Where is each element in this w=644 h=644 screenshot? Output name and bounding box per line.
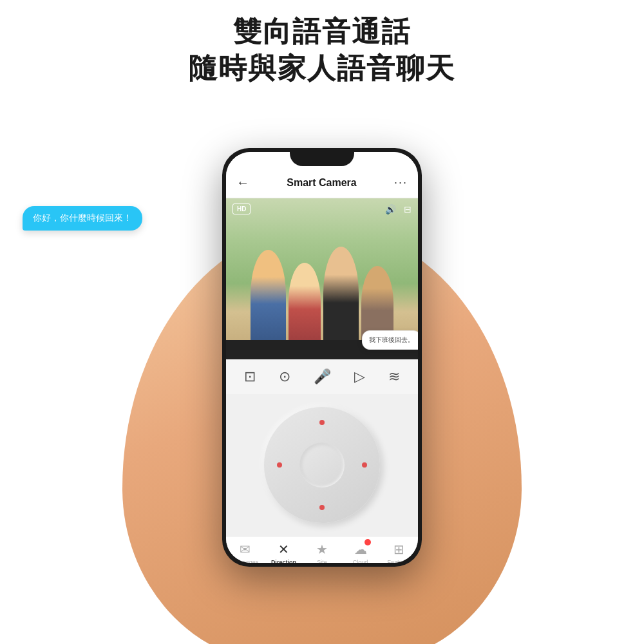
back-button[interactable]: ← [236,175,249,190]
person-2 [289,263,321,340]
camera-area: HD 🔊 ⊟ 我下班後回去。 [226,198,418,359]
tab-features[interactable]: ⊞ Features [379,542,418,563]
messages-icon: ✉ [240,542,251,557]
dot-left [277,462,282,468]
direction-pad-container [226,394,418,536]
headline: 雙向語音通話 隨時與家人語音聊天 [189,13,455,86]
direction-label: Direction [271,559,296,563]
features-icon: ⊞ [393,542,404,557]
phone-scene: ← Smart Camera ··· [97,135,547,644]
person-1 [251,250,286,340]
camera-view: HD 🔊 ⊟ [226,198,418,340]
filter-button[interactable]: ≋ [388,368,400,385]
person-3 [323,247,359,340]
pad-center[interactable] [299,442,345,488]
cloud-label: Cloud [353,559,368,563]
tab-cloud[interactable]: ☁ Cloud [341,542,380,563]
chat-bubble-right: 我下班後回去。 [362,330,418,350]
person-group [226,213,418,340]
dot-up [319,420,325,425]
phone-notch [290,148,354,166]
person-4 [361,266,393,340]
phone-screen: ← Smart Camera ··· [226,152,418,563]
site-label: Site [317,559,327,563]
tab-direction[interactable]: ✕ Direction [265,542,303,563]
messages-label: Messages [232,559,258,563]
camera-controls-overlay: HD 🔊 ⊟ [232,204,412,214]
controls-row: ⊡ ⊙ 🎤 ▷ ≋ [226,359,418,394]
mic-button[interactable]: 🎤 [314,368,331,385]
cloud-badge [365,539,371,545]
tab-site[interactable]: ★ Site [303,542,341,563]
fullscreen-icon[interactable]: ⊟ [404,204,412,214]
photo-button[interactable]: ⊙ [279,368,290,385]
bottom-tabbar: ✉ Messages ✕ Direction ★ Site ☁ [226,536,418,563]
direction-icon: ✕ [278,542,289,557]
dot-right [362,462,367,468]
dot-down [319,505,325,510]
volume-icon[interactable]: 🔊 [385,204,396,214]
camera-right-icons: 🔊 ⊟ [385,204,412,214]
page-container: 雙向語音通話 隨時與家人語音聊天 你好，你什麼時候回來！ ← Smart Cam… [0,0,644,644]
phone-frame: ← Smart Camera ··· [222,148,422,567]
hd-badge: HD [232,204,251,214]
chat-right-wrapper: 我下班後回去。 [226,340,418,359]
cloud-icon: ☁ [354,542,367,557]
headline-line2: 隨時與家人語音聊天 [189,50,455,86]
more-button[interactable]: ··· [394,176,408,189]
direction-pad[interactable] [264,407,380,523]
chat-bubble-left: 你好，你什麼時候回來！ [23,206,142,231]
features-label: Features [387,559,410,563]
video-button[interactable]: ▷ [354,368,365,385]
site-icon: ★ [316,542,328,557]
tab-messages[interactable]: ✉ Messages [226,542,265,563]
screenshot-button[interactable]: ⊡ [244,368,256,385]
pad-outer[interactable] [264,407,380,523]
headline-line1: 雙向語音通話 [189,13,455,50]
app-title: Smart Camera [287,177,357,189]
